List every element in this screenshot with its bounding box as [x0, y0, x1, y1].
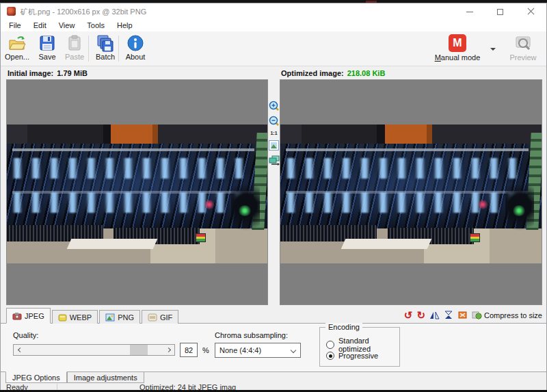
compress-gear-icon [472, 311, 482, 319]
tab-webp-label: WEBP [70, 313, 92, 322]
photo-table-surface [280, 228, 542, 263]
chevron-right-icon [165, 348, 170, 352]
pan-sync-icon[interactable] [269, 155, 280, 166]
optimized-image-photo [280, 125, 542, 263]
options-tab-strip: JPEG Options Image adjustments [1, 371, 546, 383]
toolbar-separator [118, 36, 119, 62]
chroma-subsampling-select[interactable]: None (4:4:4) [215, 343, 301, 358]
about-button[interactable]: About [120, 34, 150, 64]
zoom-in-icon[interactable] [269, 101, 279, 111]
view-tools-column: 1:1 [268, 79, 280, 305]
photo-green-led [512, 205, 526, 216]
flip-horizontal-icon[interactable] [429, 311, 440, 319]
open-button[interactable]: Open... [2, 34, 32, 64]
chroma-selected-value: None (4:4:4) [219, 346, 261, 354]
slider-left-arrow[interactable] [14, 345, 25, 355]
menu-edit[interactable]: Edit [27, 20, 53, 31]
fit-image-icon[interactable] [269, 140, 279, 151]
app-window: 矿机.png - 1200x616 px @ 32bit PNG File Ed… [0, 3, 547, 390]
optimized-image-info: Optimized image: 218.08 KiB [281, 69, 385, 77]
jpeg-tab-icon [12, 312, 22, 320]
slider-right-arrow[interactable] [163, 345, 174, 355]
quality-value-field[interactable]: 82 [180, 343, 198, 357]
actual-size-button[interactable]: 1:1 [270, 131, 277, 135]
tab-webp[interactable]: WEBP [52, 310, 98, 324]
tab-gif[interactable]: GIF [142, 310, 178, 324]
compress-to-size-label: Compress to size [484, 311, 542, 319]
titlebar: 矿机.png - 1200x616 px @ 32bit PNG [1, 3, 546, 20]
photo-mining-rig [7, 144, 267, 228]
tab-jpeg[interactable]: JPEG [6, 308, 51, 324]
tab-image-adjustments[interactable]: Image adjustments [67, 372, 144, 383]
app-icon [7, 7, 16, 16]
manual-mode-button[interactable]: M Manual mode [427, 34, 488, 64]
window-title: 矿机.png - 1200x616 px @ 32bit PNG [21, 7, 146, 17]
optimized-image-panel[interactable] [280, 79, 542, 305]
save-floppy-icon [38, 34, 56, 52]
paste-label: Paste [65, 53, 84, 61]
manual-mode-icon: M [449, 34, 466, 52]
batch-button[interactable]: Batch [90, 34, 120, 64]
tab-jpeg-options[interactable]: JPEG Options [5, 371, 67, 383]
open-folder-icon [8, 34, 26, 52]
toolbar: Open... Save [1, 31, 546, 66]
tab-gif-label: GIF [160, 313, 172, 322]
menu-help[interactable]: Help [111, 20, 139, 31]
photo-rubiks-cube [470, 233, 480, 241]
initial-image-size: 1.79 MiB [57, 69, 88, 77]
format-tabs: JPEG WEBP PNG [6, 308, 180, 324]
initial-image-info: Initial image: 1.79 MiB [8, 69, 88, 77]
manual-mode-label: Manual mode [435, 53, 481, 62]
tab-jpeg-label: JPEG [25, 312, 44, 320]
photo-green-led [238, 205, 252, 216]
compress-to-size-button[interactable]: Compress to size [472, 311, 542, 319]
batch-floppies-icon [96, 34, 114, 52]
minimize-button[interactable] [454, 3, 485, 20]
save-button[interactable]: Save [32, 34, 62, 64]
rotate-left-icon[interactable]: ↺ [404, 310, 413, 320]
flip-vertical-icon[interactable] [444, 311, 453, 319]
resize-image-icon[interactable] [457, 311, 468, 319]
toolbar-separator [88, 36, 89, 62]
about-label: About [126, 53, 146, 61]
chevron-down-icon [291, 348, 296, 353]
preview-button: Preview [504, 34, 542, 64]
slider-thumb[interactable] [130, 345, 148, 355]
radio-progressive[interactable]: Progressive [326, 352, 378, 360]
photo-paper [341, 239, 431, 249]
batch-label: Batch [96, 53, 115, 61]
maximize-icon [497, 9, 503, 15]
format-tab-row: JPEG WEBP PNG [1, 307, 546, 324]
rotate-right-icon[interactable]: ↻ [416, 310, 425, 320]
webp-tab-icon [58, 313, 67, 322]
initial-image-photo [7, 125, 267, 263]
menu-file[interactable]: File [3, 20, 27, 31]
radio-standard-optimized[interactable]: Standard optimized [326, 337, 399, 353]
maximize-button[interactable] [485, 3, 516, 20]
gif-tab-icon [148, 313, 157, 322]
preview-magnifier-icon [514, 34, 532, 52]
initial-image-label: Initial image: [8, 69, 53, 77]
percent-label: % [202, 346, 209, 354]
window-controls [454, 3, 546, 20]
size-labels-row: Initial image: 1.79 MiB Optimized image:… [1, 66, 546, 79]
photo-gpu-glow-row [283, 158, 523, 179]
initial-image-panel[interactable] [6, 79, 268, 305]
chroma-subsampling-label: Chroma subsampling: [215, 331, 288, 339]
preview-label: Preview [509, 53, 536, 62]
minimize-icon [466, 12, 473, 12]
menu-view[interactable]: View [53, 20, 81, 31]
mode-dropdown-icon[interactable] [490, 48, 496, 53]
tab-png[interactable]: PNG [99, 310, 140, 324]
radio-standard-label: Standard optimized [338, 337, 399, 353]
chevron-left-icon [17, 348, 22, 352]
quality-slider[interactable] [13, 344, 175, 356]
radio-checked-icon [326, 352, 334, 360]
close-button[interactable] [516, 3, 546, 20]
manual-rest: anual mode [441, 53, 481, 62]
paste-clipboard-icon [66, 34, 83, 52]
menu-tools[interactable]: Tools [81, 20, 111, 31]
zoom-out-icon[interactable] [269, 116, 279, 126]
photo-red-led [477, 200, 488, 209]
photo-red-led [204, 200, 215, 209]
